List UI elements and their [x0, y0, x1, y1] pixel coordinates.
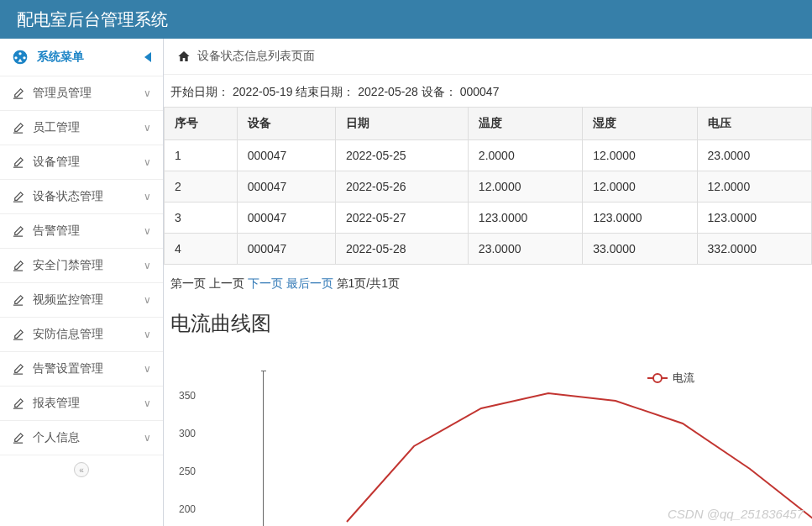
start-date-label: 开始日期：	[170, 85, 229, 98]
app-header: 配电室后台管理系统	[0, 0, 812, 39]
table-cell: 000047	[237, 234, 335, 265]
table-cell: 2.0000	[468, 140, 582, 171]
sidebar-item-5[interactable]: 安全门禁管理∨	[0, 248, 163, 282]
sidebar-item-label: 管理员管理	[33, 86, 92, 101]
page-prev[interactable]: 上一页	[209, 276, 244, 290]
table-row[interactable]: 20000472022-05-2612.000012.000012.0000	[165, 171, 812, 203]
table-cell: 000047	[237, 203, 335, 234]
sidebar-item-7[interactable]: 安防信息管理∨	[0, 317, 163, 351]
table-cell: 12.0000	[468, 171, 582, 203]
sidebar-item-0[interactable]: 管理员管理∨	[0, 76, 163, 110]
edit-icon	[12, 87, 24, 100]
sidebar-item-9[interactable]: 报表管理∨	[0, 386, 163, 420]
end-date-label: 结束日期：	[296, 85, 354, 98]
sidebar-title: 系统菜单	[37, 50, 84, 65]
app-title: 配电室后台管理系统	[17, 8, 168, 31]
edit-icon	[12, 294, 24, 307]
page-last[interactable]: 最后一页	[286, 276, 333, 290]
sidebar-item-label: 报表管理	[33, 396, 80, 411]
sidebar-item-label: 个人信息	[33, 430, 80, 445]
table-cell: 2022-05-28	[335, 234, 468, 265]
sidebar-item-6[interactable]: 视频监控管理∨	[0, 282, 163, 317]
sidebar-item-label: 设备管理	[33, 155, 80, 170]
device-value: 000047	[460, 85, 500, 98]
sidebar-item-2[interactable]: 设备管理∨	[0, 145, 163, 179]
table-cell: 23.0000	[697, 140, 811, 171]
sidebar-item-3[interactable]: 设备状态管理∨	[0, 179, 163, 213]
edit-icon	[12, 260, 24, 272]
table-row[interactable]: 30000472022-05-27123.0000123.0000123.000…	[165, 203, 812, 234]
start-date-value: 2022-05-19	[233, 85, 293, 98]
filter-summary: 开始日期： 2022-05-19 结束日期： 2022-05-28 设备： 00…	[164, 85, 812, 107]
chevron-down-icon: ∨	[144, 260, 151, 271]
breadcrumb: 设备状态信息列表页面	[164, 39, 812, 75]
chevron-down-icon: ∨	[144, 294, 151, 306]
sidebar-item-label: 安全门禁管理	[33, 258, 103, 273]
table-header: 电压	[697, 108, 811, 140]
data-table: 序号设备日期温度湿度电压 10000472022-05-252.000012.0…	[164, 107, 812, 265]
sidebar-item-4[interactable]: 告警管理∨	[0, 213, 163, 248]
sidebar-collapse-button[interactable]: «	[0, 455, 163, 484]
edit-icon	[12, 363, 24, 376]
edit-icon	[12, 329, 24, 341]
sidebar: 系统菜单 管理员管理∨员工管理∨设备管理∨设备状态管理∨告警管理∨安全门禁管理∨…	[0, 39, 164, 526]
chevron-down-icon: ∨	[144, 156, 151, 168]
table-cell: 1	[165, 140, 238, 171]
y-tick-label: 250	[179, 466, 196, 477]
table-cell: 2022-05-26	[335, 171, 468, 203]
table-cell: 123.0000	[583, 203, 697, 234]
table-row[interactable]: 10000472022-05-252.000012.000023.0000	[165, 140, 812, 171]
edit-icon	[12, 156, 24, 169]
caret-left-icon	[144, 52, 151, 62]
table-header: 日期	[335, 108, 468, 140]
table-row[interactable]: 40000472022-05-2823.000033.0000332.0000	[165, 234, 812, 265]
chevron-down-icon: ∨	[144, 397, 151, 409]
chevron-down-icon: ∨	[144, 225, 151, 237]
table-cell: 2022-05-25	[335, 140, 468, 171]
edit-icon	[12, 225, 24, 238]
y-tick-label: 300	[179, 428, 196, 439]
table-cell: 332.0000	[697, 234, 811, 265]
page-first[interactable]: 第一页	[170, 276, 206, 290]
table-header: 序号	[165, 108, 238, 140]
table-cell: 4	[165, 234, 238, 265]
sidebar-item-8[interactable]: 告警设置管理∨	[0, 351, 163, 386]
table-cell: 123.0000	[468, 203, 582, 234]
edit-icon	[12, 191, 24, 203]
page-next[interactable]: 下一页	[248, 276, 283, 290]
collapse-icon: «	[74, 462, 89, 477]
chart-title: 电流曲线图	[164, 303, 812, 345]
table-cell: 123.0000	[697, 203, 811, 234]
table-cell: 33.0000	[583, 234, 697, 265]
home-icon	[177, 50, 191, 63]
y-tick-label: 200	[179, 503, 196, 515]
chevron-down-icon: ∨	[144, 191, 151, 203]
edit-icon	[12, 432, 24, 444]
y-axis-line	[263, 371, 264, 526]
sidebar-item-label: 安防信息管理	[33, 327, 103, 342]
pagination: 第一页 上一页 下一页 最后一页 第1页/共1页	[164, 265, 812, 303]
device-label: 设备：	[422, 85, 457, 98]
table-cell: 12.0000	[583, 140, 697, 171]
table-header: 温度	[468, 108, 582, 140]
table-cell: 000047	[237, 171, 335, 203]
chevron-down-icon: ∨	[144, 432, 151, 444]
page-info: 第1页/共1页	[337, 276, 400, 290]
edit-icon	[12, 397, 24, 410]
y-tick-label: 350	[179, 390, 196, 402]
chart-plot	[221, 371, 812, 526]
end-date-value: 2022-05-28	[358, 85, 418, 98]
page-title: 设备状态信息列表页面	[197, 49, 315, 64]
sidebar-header[interactable]: 系统菜单	[0, 39, 163, 76]
sidebar-item-label: 告警设置管理	[33, 361, 103, 376]
chart-area: 电流 350300250200	[164, 371, 812, 526]
chevron-down-icon: ∨	[144, 363, 151, 375]
table-header: 湿度	[583, 108, 697, 140]
chevron-down-icon: ∨	[144, 329, 151, 340]
sidebar-item-label: 设备状态管理	[33, 189, 103, 204]
dashboard-icon	[12, 49, 29, 66]
main-content: 设备状态信息列表页面 开始日期： 2022-05-19 结束日期： 2022-0…	[164, 39, 812, 526]
sidebar-item-1[interactable]: 员工管理∨	[0, 110, 163, 145]
sidebar-item-10[interactable]: 个人信息∨	[0, 420, 163, 455]
y-tick-mark	[261, 371, 266, 371]
